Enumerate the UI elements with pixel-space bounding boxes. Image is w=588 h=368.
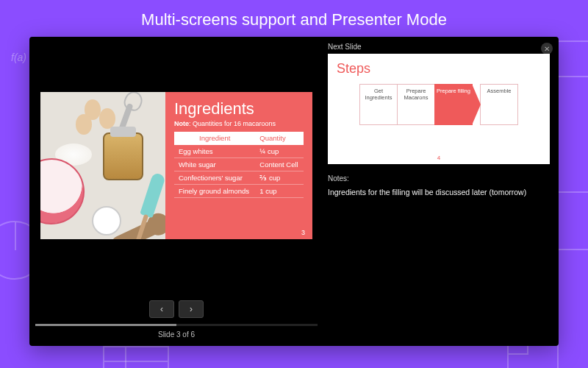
- col-header: Ingredient: [174, 132, 255, 145]
- app-background: f(a) Multi-screens support and Presenter…: [0, 0, 588, 368]
- cell: Egg whites: [174, 145, 255, 158]
- col-header: Quantity: [255, 132, 304, 145]
- close-button[interactable]: ✕: [541, 43, 553, 54]
- cell: White sugar: [174, 158, 255, 171]
- note-text: : Quantities for 16 macaroons: [189, 120, 276, 127]
- cell: Content Cell: [255, 158, 304, 171]
- step-box: Get Ingredients: [359, 84, 398, 125]
- cell: ¼ cup: [255, 145, 304, 158]
- cell: ⅔ cup: [255, 171, 304, 185]
- step-box-active: Prepare filling: [434, 84, 473, 125]
- table-row: Finely ground almonds1 cup: [174, 185, 304, 198]
- progress-bar: [35, 324, 176, 326]
- presenter-notes: Ingredients for the filling will be disc…: [328, 187, 550, 337]
- next-slide-preview[interactable]: Steps Get Ingredients Prepare Macarons P…: [328, 54, 550, 164]
- cell: Confectioners' sugar: [174, 171, 255, 185]
- current-slide[interactable]: Ingredients Note: Quantities for 16 maca…: [40, 92, 312, 239]
- slide-title: Ingredients: [174, 99, 304, 118]
- table-row: Confectioners' sugar⅔ cup: [174, 171, 304, 185]
- slide-photo: [40, 92, 165, 239]
- marketing-headline: Multi-screens support and Presenter Mode: [0, 10, 588, 29]
- current-slide-area: Ingredients Note: Quantities for 16 maca…: [29, 37, 323, 294]
- cell: Finely ground almonds: [174, 185, 255, 198]
- cell: 1 cup: [255, 185, 304, 198]
- notes-label: Notes:: [328, 174, 550, 183]
- chevron-right-icon: ›: [190, 304, 193, 314]
- slide-nav: ‹ ›: [29, 294, 323, 324]
- close-icon: ✕: [544, 45, 550, 53]
- next-slide-number: 4: [437, 155, 440, 161]
- table-row: White sugarContent Cell: [174, 158, 304, 171]
- bg-doodle: [103, 346, 169, 368]
- ingredients-table: Ingredient Quantity Egg whites¼ cup Whit…: [174, 132, 304, 198]
- progress-track[interactable]: [35, 324, 318, 326]
- step-box: Assemble: [480, 84, 518, 125]
- steps-diagram: Get Ingredients Prepare Macarons Prepare…: [337, 84, 541, 125]
- next-slide-button[interactable]: ›: [179, 300, 204, 318]
- slide-counter: Slide 3 of 6: [29, 326, 323, 346]
- presenter-window: ✕ Ingredients: [29, 37, 559, 346]
- chevron-left-icon: ‹: [160, 304, 163, 314]
- prev-slide-button[interactable]: ‹: [149, 300, 174, 318]
- presenter-side-pane: Next Slide Steps Get Ingredients Prepare…: [323, 37, 559, 346]
- slide-number: 3: [301, 229, 305, 236]
- next-slide-title: Steps: [337, 61, 541, 77]
- table-row: Egg whites¼ cup: [174, 145, 304, 158]
- slide-note: Note: Quantities for 16 macaroons: [174, 120, 304, 127]
- slide-content: Ingredients Note: Quantities for 16 maca…: [165, 92, 312, 239]
- next-slide-label: Next Slide: [328, 43, 550, 51]
- note-label: Note: [174, 120, 189, 127]
- current-slide-pane: Ingredients Note: Quantities for 16 maca…: [29, 37, 323, 346]
- step-box: Prepare Macarons: [397, 84, 435, 125]
